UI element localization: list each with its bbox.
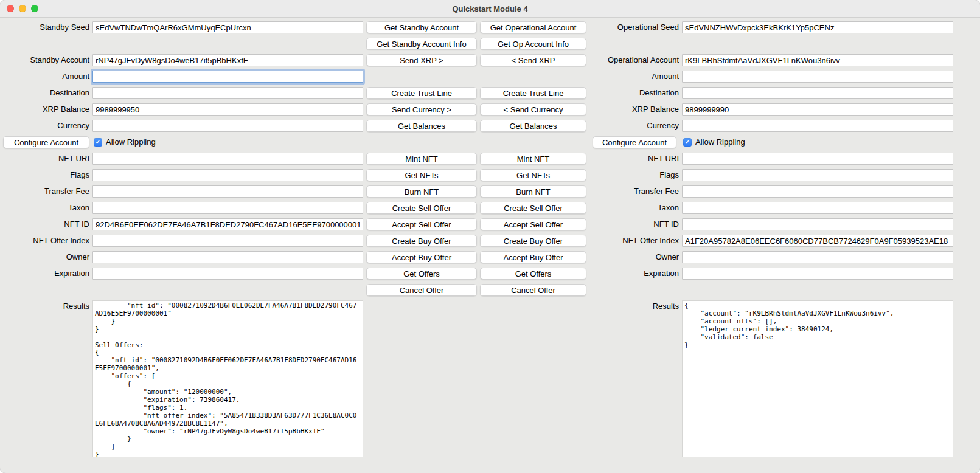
standby-allow-rippling-label: Allow Rippling	[106, 136, 156, 148]
form-grid: Standby Seed Get Standby Account Get Ope…	[0, 21, 980, 457]
operational-currency-label: Currency	[589, 120, 679, 132]
operational-expiration-label: Expiration	[589, 268, 679, 280]
operational-owner-input[interactable]	[682, 251, 953, 263]
operational-expiration-input[interactable]	[682, 268, 953, 280]
get-standby-account-info-button[interactable]: Get Standby Account Info	[366, 38, 477, 50]
standby-allow-rippling-row: ✓ Allow Rippling	[92, 136, 363, 148]
operational-amount-label: Amount	[589, 71, 679, 83]
operational-allow-rippling-row: ✓ Allow Rippling	[682, 136, 953, 148]
standby-nft-uri-label: NFT URI	[0, 153, 89, 165]
standby-transfer-fee-input[interactable]	[92, 185, 363, 198]
standby-nft-uri-input[interactable]	[92, 153, 363, 165]
standby-get-nfts-button[interactable]: Get NFTs	[366, 169, 477, 181]
standby-taxon-label: Taxon	[0, 202, 89, 214]
standby-owner-label: Owner	[0, 251, 89, 263]
standby-expiration-label: Expiration	[0, 268, 89, 280]
operational-nft-offer-index-input[interactable]	[682, 235, 953, 247]
operational-allow-rippling-checkbox[interactable]: ✓	[683, 138, 692, 147]
operational-get-balances-button[interactable]: Get Balances	[480, 120, 586, 132]
operational-send-xrp-button[interactable]: < Send XRP	[480, 54, 586, 66]
standby-seed-label: Standby Seed	[0, 21, 89, 33]
standby-account-input[interactable]	[92, 54, 363, 66]
standby-create-trust-line-button[interactable]: Create Trust Line	[366, 87, 477, 99]
standby-send-xrp-button[interactable]: Send XRP >	[366, 54, 477, 66]
operational-allow-rippling-label: Allow Rippling	[695, 136, 745, 148]
titlebar[interactable]: Quickstart Module 4	[0, 0, 980, 18]
standby-cancel-offer-button[interactable]: Cancel Offer	[366, 284, 477, 296]
checkmark-icon: ✓	[685, 139, 690, 145]
operational-xrp-balance-label: XRP Balance	[589, 103, 679, 116]
standby-seed-input[interactable]	[92, 21, 363, 33]
standby-nft-id-label: NFT ID	[0, 218, 89, 230]
operational-get-nfts-button[interactable]: Get NFTs	[480, 169, 586, 181]
operational-currency-input[interactable]	[682, 120, 953, 132]
standby-flags-input[interactable]	[92, 169, 363, 181]
operational-results-label: Results	[589, 300, 679, 312]
operational-get-offers-button[interactable]: Get Offers	[480, 268, 586, 280]
minimize-button[interactable]	[19, 5, 26, 12]
main-content: Standby Seed Get Standby Account Get Ope…	[0, 18, 980, 457]
standby-expiration-input[interactable]	[92, 268, 363, 280]
get-operational-account-button[interactable]: Get Operational Account	[480, 21, 586, 33]
operational-nft-id-label: NFT ID	[589, 218, 679, 230]
operational-nft-offer-index-label: NFT Offer Index	[589, 235, 679, 247]
standby-nft-offer-index-input[interactable]	[92, 235, 363, 247]
operational-taxon-label: Taxon	[589, 202, 679, 214]
operational-seed-input[interactable]	[682, 21, 953, 33]
standby-xrp-balance-label: XRP Balance	[0, 103, 89, 116]
standby-create-sell-offer-button[interactable]: Create Sell Offer	[366, 202, 477, 214]
operational-xrp-balance-input[interactable]	[682, 103, 953, 116]
standby-allow-rippling-checkbox[interactable]: ✓	[94, 138, 102, 147]
operational-owner-label: Owner	[589, 251, 679, 263]
standby-xrp-balance-input[interactable]	[92, 103, 363, 116]
standby-nft-offer-index-label: NFT Offer Index	[0, 235, 89, 247]
standby-get-offers-button[interactable]: Get Offers	[366, 268, 477, 280]
operational-burn-nft-button[interactable]: Burn NFT	[480, 185, 586, 198]
checkmark-icon: ✓	[96, 139, 100, 145]
standby-burn-nft-button[interactable]: Burn NFT	[366, 185, 477, 198]
operational-transfer-fee-label: Transfer Fee	[589, 185, 679, 198]
operational-destination-input[interactable]	[682, 87, 953, 99]
standby-mint-nft-button[interactable]: Mint NFT	[366, 153, 477, 165]
get-standby-account-button[interactable]: Get Standby Account	[366, 21, 477, 33]
operational-configure-account-button[interactable]: Configure Account	[593, 136, 676, 148]
operational-nft-uri-label: NFT URI	[589, 153, 679, 165]
standby-create-buy-offer-button[interactable]: Create Buy Offer	[366, 235, 477, 247]
standby-get-balances-button[interactable]: Get Balances	[366, 120, 477, 132]
standby-configure-account-button[interactable]: Configure Account	[3, 136, 89, 148]
standby-currency-input[interactable]	[92, 120, 363, 132]
operational-seed-label: Operational Seed	[589, 21, 679, 33]
operational-account-input[interactable]	[682, 54, 953, 66]
standby-results-textarea[interactable]: "nft_id": "0008271092D4B6F0EE062DE7FA46A…	[92, 300, 363, 457]
get-op-account-info-button[interactable]: Get Op Account Info	[480, 38, 586, 50]
zoom-button[interactable]	[31, 5, 38, 12]
operational-destination-label: Destination	[589, 87, 679, 99]
operational-transfer-fee-input[interactable]	[682, 185, 953, 198]
standby-amount-input[interactable]	[92, 71, 363, 83]
operational-flags-input[interactable]	[682, 169, 953, 181]
operational-create-sell-offer-button[interactable]: Create Sell Offer	[480, 202, 586, 214]
operational-taxon-input[interactable]	[682, 202, 953, 214]
operational-results-textarea[interactable]: { "account": "rK9LBRhStdmtAaVdJXGVF1LnKW…	[682, 300, 953, 457]
operational-nft-id-input[interactable]	[682, 218, 953, 230]
standby-accept-buy-offer-button[interactable]: Accept Buy Offer	[366, 251, 477, 263]
operational-cancel-offer-button[interactable]: Cancel Offer	[480, 284, 586, 296]
operational-create-trust-line-button[interactable]: Create Trust Line	[480, 87, 586, 99]
standby-owner-input[interactable]	[92, 251, 363, 263]
standby-destination-input[interactable]	[92, 87, 363, 99]
standby-send-currency-button[interactable]: Send Currency >	[366, 103, 477, 116]
standby-taxon-input[interactable]	[92, 202, 363, 214]
operational-amount-input[interactable]	[682, 71, 953, 83]
operational-accept-buy-offer-button[interactable]: Accept Buy Offer	[480, 251, 586, 263]
close-button[interactable]	[7, 5, 14, 12]
operational-create-buy-offer-button[interactable]: Create Buy Offer	[480, 235, 586, 247]
operational-accept-sell-offer-button[interactable]: Accept Sell Offer	[480, 218, 586, 230]
standby-results-label: Results	[0, 300, 89, 312]
standby-accept-sell-offer-button[interactable]: Accept Sell Offer	[366, 218, 477, 230]
standby-amount-label: Amount	[0, 71, 89, 83]
operational-send-currency-button[interactable]: < Send Currency	[480, 103, 586, 116]
operational-mint-nft-button[interactable]: Mint NFT	[480, 153, 586, 165]
operational-nft-uri-input[interactable]	[682, 153, 953, 165]
standby-nft-id-input[interactable]	[92, 218, 363, 230]
standby-account-label: Standby Account	[0, 54, 89, 66]
